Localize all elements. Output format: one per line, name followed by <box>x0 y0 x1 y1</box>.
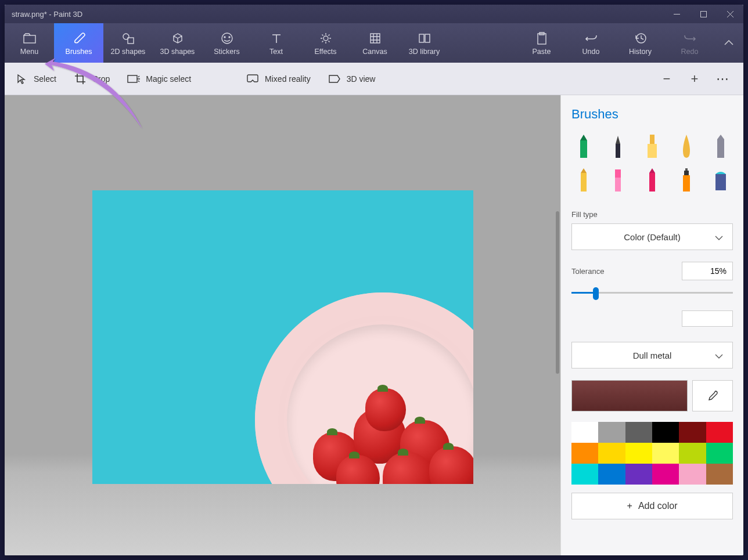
more-button[interactable]: ⋯ <box>713 70 732 88</box>
canvas-image[interactable] <box>92 190 473 484</box>
select-tool[interactable]: Select <box>10 63 67 95</box>
select-label: Select <box>34 74 56 84</box>
svg-line-18 <box>328 34 329 35</box>
3d-shapes-tab[interactable]: 3D shapes <box>153 23 202 63</box>
color-swatch[interactable] <box>625 422 652 443</box>
library-icon <box>418 31 431 46</box>
material-dropdown[interactable]: Dull metal <box>571 342 733 368</box>
redo-button[interactable]: Redo <box>665 23 714 63</box>
eyedropper-button[interactable] <box>692 380 733 411</box>
pixel-pen-brush[interactable] <box>708 132 733 160</box>
effects-tab[interactable]: Effects <box>301 23 350 63</box>
undo-button[interactable]: Undo <box>566 23 616 63</box>
tolerance-label: Tolerance <box>571 267 604 276</box>
spray-can-brush[interactable] <box>674 166 699 194</box>
secondary-input[interactable] <box>682 310 733 327</box>
crop-tool[interactable]: Crop <box>69 63 120 95</box>
text-tab[interactable]: Text <box>251 23 301 63</box>
svg-rect-46 <box>715 174 726 190</box>
svg-rect-25 <box>425 34 430 42</box>
3d-view-tool[interactable]: 3D view <box>323 63 386 95</box>
pencil-brush[interactable] <box>571 166 596 194</box>
svg-rect-40 <box>615 178 621 192</box>
history-icon <box>634 31 647 46</box>
minimize-button[interactable] <box>663 5 690 23</box>
chevron-down-icon <box>715 351 723 360</box>
window-controls <box>663 5 743 23</box>
tolerance-input[interactable] <box>682 262 733 280</box>
maximize-button[interactable] <box>690 5 717 23</box>
zoom-out-button[interactable]: − <box>657 70 676 88</box>
calligraphy-brush[interactable] <box>606 132 631 160</box>
oil-brush[interactable] <box>640 132 665 160</box>
undo-label: Undo <box>582 48 600 56</box>
add-color-button[interactable]: + Add color <box>571 493 733 519</box>
brush-icon <box>73 31 85 46</box>
marker-brush[interactable] <box>571 132 596 160</box>
color-swatch[interactable] <box>598 464 625 485</box>
color-swatch[interactable] <box>571 422 598 443</box>
toolbar: Select Crop Magic select Mixed reality 3… <box>5 63 743 95</box>
sidebar-title: Brushes <box>571 107 733 122</box>
color-swatch[interactable] <box>571 443 598 464</box>
canvas-tab[interactable]: Canvas <box>350 23 400 63</box>
svg-marker-42 <box>649 168 655 173</box>
fill-bucket-brush[interactable] <box>708 166 733 194</box>
color-swatch[interactable] <box>598 422 625 443</box>
magic-select-label: Magic select <box>146 74 191 84</box>
menu-button[interactable]: Menu <box>5 23 54 63</box>
crayon-brush[interactable] <box>640 166 665 194</box>
close-button[interactable] <box>717 5 743 23</box>
3d-library-tab[interactable]: 3D library <box>400 23 449 63</box>
mixed-reality-icon <box>246 74 259 84</box>
color-swatch[interactable] <box>625 443 652 464</box>
color-swatch[interactable] <box>706 443 733 464</box>
svg-point-9 <box>229 37 230 38</box>
magic-select-tool[interactable]: Magic select <box>123 63 202 95</box>
history-button[interactable]: History <box>616 23 665 63</box>
color-swatch[interactable] <box>679 464 706 485</box>
svg-point-10 <box>323 36 328 41</box>
mixed-reality-tool[interactable]: Mixed reality <box>242 63 321 95</box>
menu-label: Menu <box>20 48 38 56</box>
2d-shapes-tab[interactable]: 2D shapes <box>103 23 153 63</box>
watercolor-brush[interactable] <box>674 132 699 160</box>
svg-rect-1 <box>700 11 706 17</box>
tolerance-slider[interactable] <box>571 286 733 299</box>
color-swatch[interactable] <box>625 464 652 485</box>
color-swatch[interactable] <box>679 422 706 443</box>
folder-icon <box>23 31 36 46</box>
collapse-ribbon-button[interactable] <box>714 23 743 63</box>
redo-icon <box>684 31 696 46</box>
svg-line-15 <box>322 34 323 35</box>
color-swatch[interactable] <box>571 464 598 485</box>
svg-rect-44 <box>684 171 689 175</box>
brushes-tab[interactable]: Brushes <box>54 23 103 63</box>
svg-rect-35 <box>648 144 657 158</box>
sticker-icon <box>221 31 233 46</box>
color-swatch[interactable] <box>652 464 679 485</box>
history-label: History <box>629 48 652 56</box>
eraser-brush[interactable] <box>606 166 631 194</box>
zoom-in-button[interactable]: + <box>685 70 704 88</box>
color-swatch[interactable] <box>706 422 733 443</box>
scrollbar-thumb[interactable] <box>556 211 559 374</box>
color-swatch[interactable] <box>652 422 679 443</box>
color-swatch[interactable] <box>598 443 625 464</box>
chevron-down-icon <box>715 232 723 242</box>
stickers-tab[interactable]: Stickers <box>202 23 251 63</box>
3d-view-icon <box>328 74 341 84</box>
fill-type-dropdown[interactable]: Color (Default) <box>571 223 733 250</box>
svg-rect-29 <box>128 75 137 82</box>
canvas-viewport[interactable] <box>5 95 560 555</box>
3d-shapes-label: 3D shapes <box>160 48 195 56</box>
color-swatch[interactable] <box>679 443 706 464</box>
svg-rect-34 <box>650 135 654 144</box>
current-color-preview[interactable] <box>571 380 688 411</box>
color-swatch[interactable] <box>652 443 679 464</box>
color-swatches <box>571 422 733 485</box>
paste-icon <box>536 31 548 46</box>
svg-marker-33 <box>616 136 620 144</box>
color-swatch[interactable] <box>706 464 733 485</box>
paste-button[interactable]: Paste <box>517 23 566 63</box>
